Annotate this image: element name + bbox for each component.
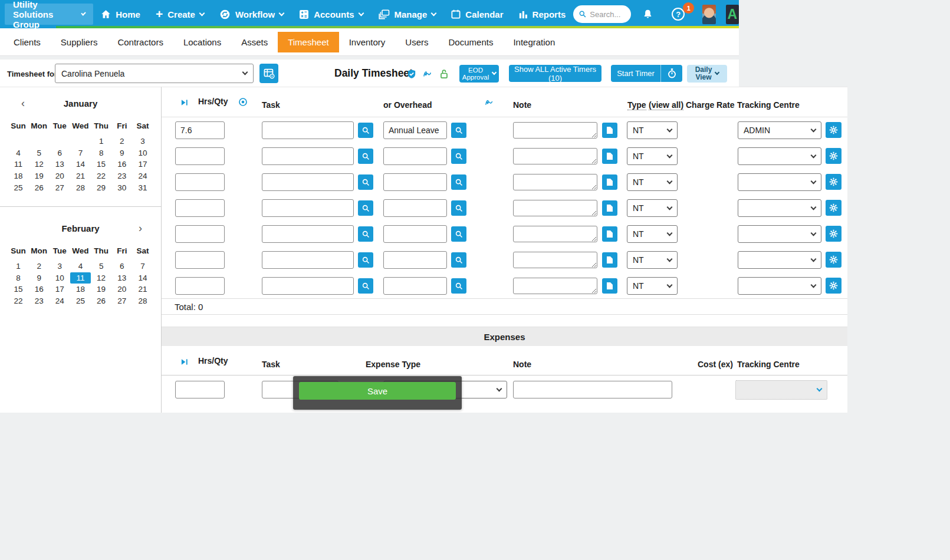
task-input[interactable] (262, 225, 354, 243)
app-logo[interactable]: A (726, 5, 739, 24)
note-textarea[interactable] (513, 200, 597, 216)
day-cell[interactable]: 26 (91, 295, 111, 307)
tracking-centre-select[interactable] (738, 199, 821, 217)
note-textarea[interactable] (513, 278, 597, 294)
overhead-search-button[interactable] (451, 278, 466, 294)
row-settings-button[interactable] (826, 252, 841, 268)
skip-forward-icon[interactable] (180, 358, 188, 365)
day-cell[interactable]: 19 (29, 170, 50, 182)
day-cell[interactable]: 28 (132, 295, 153, 307)
day-cell[interactable]: 12 (91, 272, 111, 284)
row-settings-button[interactable] (826, 226, 841, 242)
day-cell[interactable]: 26 (29, 182, 50, 193)
task-search-button[interactable] (358, 226, 373, 242)
day-cell[interactable]: 22 (8, 295, 29, 307)
type-select[interactable]: NT (627, 173, 678, 191)
day-cell[interactable]: 1 (91, 136, 111, 147)
expense-note-input[interactable] (513, 381, 672, 398)
type-select[interactable]: NT (627, 277, 678, 295)
note-template-button[interactable] (602, 123, 617, 138)
tab-contractors[interactable]: Contractors (107, 32, 173, 52)
hrs-qty-input[interactable] (175, 277, 225, 295)
note-textarea[interactable] (513, 148, 597, 164)
nav-create[interactable]: + Create (148, 1, 212, 27)
day-cell[interactable]: 17 (132, 159, 153, 170)
day-cell[interactable]: 11 (8, 159, 29, 170)
day-cell[interactable]: 5 (29, 147, 50, 159)
hrs-qty-input[interactable] (175, 225, 225, 243)
type-select[interactable]: NT (627, 121, 678, 139)
signature-icon[interactable] (485, 98, 495, 106)
overhead-search-button[interactable] (451, 149, 466, 164)
task-search-button[interactable] (358, 278, 373, 294)
day-cell[interactable]: 23 (29, 295, 50, 307)
notifications-button[interactable] (643, 9, 653, 19)
task-input[interactable] (262, 121, 354, 139)
selected-day-cell[interactable]: 11 (70, 272, 91, 284)
timesheet-settings-button[interactable] (259, 64, 278, 83)
note-template-button[interactable] (602, 200, 617, 216)
unlocked-icon[interactable] (440, 69, 448, 79)
day-cell[interactable]: 9 (111, 147, 132, 159)
type-select[interactable]: NT (627, 147, 678, 165)
day-cell[interactable]: 17 (50, 284, 70, 295)
hrs-qty-input[interactable] (175, 173, 225, 191)
day-cell[interactable]: 14 (70, 159, 91, 170)
task-input[interactable] (262, 277, 354, 295)
overhead-input[interactable] (383, 147, 447, 165)
nav-reports[interactable]: Reports (511, 1, 574, 27)
day-cell[interactable]: 28 (70, 182, 91, 193)
overhead-search-button[interactable] (451, 200, 466, 216)
tracking-centre-select[interactable] (738, 173, 821, 191)
day-cell[interactable]: 20 (111, 284, 132, 295)
task-search-button[interactable] (358, 200, 373, 216)
day-cell[interactable]: 8 (8, 272, 29, 284)
overhead-search-button[interactable] (451, 123, 466, 138)
note-template-button[interactable] (602, 226, 617, 242)
person-select[interactable]: Carolina Penuela (55, 64, 254, 83)
day-cell[interactable]: 6 (50, 147, 70, 159)
tracking-centre-select[interactable]: ADMIN (738, 121, 821, 139)
day-cell[interactable]: 18 (70, 284, 91, 295)
view-all-link[interactable]: (view all) (649, 100, 683, 110)
search-input[interactable] (590, 10, 625, 19)
tab-inventory[interactable]: Inventory (339, 32, 396, 52)
expense-hrs-input[interactable] (175, 381, 225, 398)
note-template-button[interactable] (602, 149, 617, 164)
overhead-input[interactable] (383, 199, 447, 217)
day-cell[interactable]: 21 (70, 170, 91, 182)
day-cell[interactable]: 24 (50, 295, 70, 307)
task-input[interactable] (262, 147, 354, 165)
day-cell[interactable]: 13 (50, 159, 70, 170)
day-cell[interactable]: 16 (111, 159, 132, 170)
day-cell[interactable]: 10 (50, 272, 70, 284)
day-cell[interactable]: 4 (8, 147, 29, 159)
overhead-input[interactable] (383, 173, 447, 191)
tracking-centre-select[interactable] (738, 147, 821, 165)
task-input[interactable] (262, 199, 354, 217)
type-header[interactable]: Type (627, 100, 646, 110)
note-textarea[interactable] (513, 252, 597, 268)
day-cell[interactable]: 15 (91, 159, 111, 170)
day-cell[interactable]: 2 (111, 136, 132, 147)
type-select[interactable]: NT (627, 251, 678, 269)
hrs-qty-input[interactable] (175, 147, 225, 165)
tab-clients[interactable]: Clients (4, 32, 51, 52)
day-cell[interactable]: 15 (8, 284, 29, 295)
note-template-button[interactable] (602, 252, 617, 268)
tab-assets[interactable]: Assets (231, 32, 278, 52)
eod-approval-button[interactable]: EODApproval (459, 65, 499, 83)
note-textarea[interactable] (513, 226, 597, 242)
tab-documents[interactable]: Documents (439, 32, 504, 52)
overhead-input[interactable] (383, 225, 447, 243)
day-cell[interactable]: 13 (111, 272, 132, 284)
row-settings-button[interactable] (826, 148, 841, 164)
day-cell[interactable]: 4 (70, 261, 91, 272)
overhead-input[interactable] (383, 251, 447, 269)
day-cell[interactable]: 30 (111, 182, 132, 193)
day-cell[interactable]: 7 (70, 147, 91, 159)
hrs-qty-input[interactable] (175, 199, 225, 217)
day-cell[interactable]: 5 (91, 261, 111, 272)
org-selector[interactable]: Utility Solutions Group (5, 4, 93, 25)
day-cell[interactable]: 20 (50, 170, 70, 182)
